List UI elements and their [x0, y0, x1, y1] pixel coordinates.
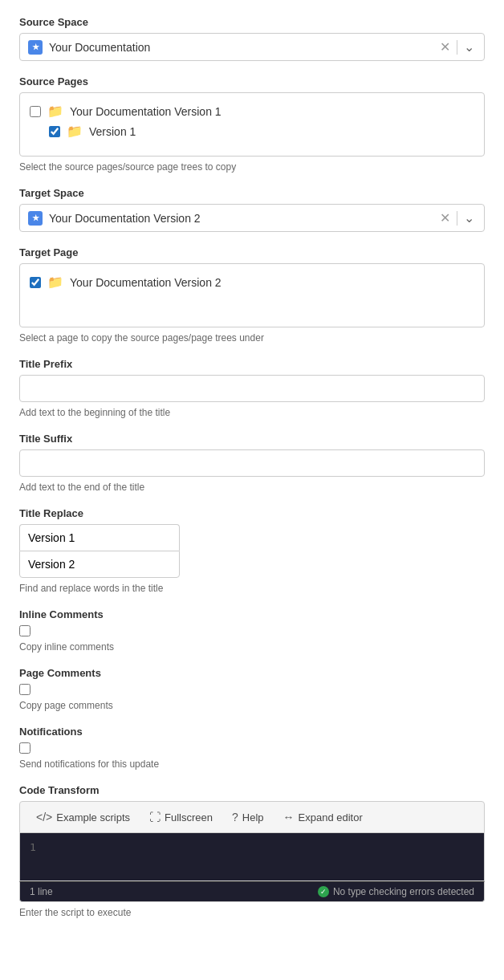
notifications-section: Notifications Send notifications for thi… — [19, 726, 485, 770]
status-ok-icon: ✓ — [318, 886, 329, 897]
source-page-checkbox-1[interactable] — [30, 106, 41, 117]
target-folder-icon-1: 📁 — [47, 274, 63, 290]
code-transform-section: Code Transform </> Example scripts ⛶ Ful… — [19, 784, 485, 918]
source-space-section: Source Space ★ Your Documentation ✕ ⌄ — [19, 16, 485, 61]
target-space-dropdown[interactable]: ★ Your Documentation Version 2 ✕ ⌄ — [19, 204, 485, 232]
source-space-right: ✕ ⌄ — [438, 39, 476, 55]
title-replace-section: Title Replace Find and replace words in … — [19, 507, 485, 594]
source-page-text-1: Your Documentation Version 1 — [70, 105, 222, 118]
source-page-checkbox-2[interactable] — [49, 126, 60, 137]
page-comments-section: Page Comments Copy page comments — [19, 667, 485, 711]
list-item: 📁 Version 1 — [30, 121, 474, 141]
inline-comments-checkbox[interactable] — [19, 625, 30, 636]
title-suffix-input[interactable] — [19, 449, 485, 477]
source-space-dropdown[interactable]: ★ Your Documentation ✕ ⌄ — [19, 33, 485, 61]
title-suffix-label: Title Suffix — [19, 433, 485, 445]
title-replace-to-input[interactable] — [19, 551, 180, 578]
source-space-divider — [457, 40, 457, 55]
title-replace-hint: Find and replace words in the title — [19, 583, 485, 594]
source-space-value: Your Documentation — [49, 41, 150, 54]
code-editor-area[interactable]: 1 — [19, 833, 485, 881]
title-prefix-section: Title Prefix Add text to the beginning o… — [19, 358, 485, 418]
source-pages-section: Source Pages 📁 Your Documentation Versio… — [19, 75, 485, 173]
example-scripts-button[interactable]: </> Example scripts — [28, 807, 138, 828]
status-message: No type checking errors detected — [333, 886, 474, 897]
title-prefix-hint: Add text to the beginning of the title — [19, 407, 485, 418]
folder-icon-2: 📁 — [67, 124, 83, 139]
target-space-section: Target Space ★ Your Documentation Versio… — [19, 187, 485, 232]
title-replace-box — [19, 524, 485, 578]
folder-icon-1: 📁 — [47, 104, 63, 119]
line-number-1: 1 — [30, 841, 36, 853]
title-suffix-hint: Add text to the end of the title — [19, 482, 485, 493]
notifications-row — [19, 742, 485, 754]
target-page-text-1: Your Documentation Version 2 — [70, 276, 222, 289]
help-icon: ? — [232, 811, 238, 823]
page-comments-checkbox[interactable] — [19, 684, 30, 695]
target-page-checkbox-1[interactable] — [30, 277, 41, 288]
line-numbers: 1 — [30, 841, 43, 853]
source-page-text-2: Version 1 — [89, 125, 136, 138]
target-space-value: Your Documentation Version 2 — [49, 212, 201, 225]
target-page-hint: Select a page to copy the source pages/p… — [19, 332, 485, 344]
page-comments-hint: Copy page comments — [19, 700, 485, 711]
notifications-label: Notifications — [19, 726, 485, 738]
fullscreen-label: Fullscreen — [165, 811, 213, 823]
title-replace-from-input[interactable] — [19, 524, 180, 551]
source-space-left: ★ Your Documentation — [28, 40, 150, 55]
expand-editor-icon: ↔ — [283, 811, 295, 823]
target-space-divider — [457, 211, 457, 226]
notifications-checkbox[interactable] — [19, 742, 30, 754]
source-space-clear-button[interactable]: ✕ — [438, 39, 452, 55]
inline-comments-label: Inline Comments — [19, 608, 485, 620]
code-transform-hint: Enter the script to execute — [19, 907, 485, 918]
code-transform-label: Code Transform — [19, 784, 485, 796]
inline-comments-hint: Copy inline comments — [19, 641, 485, 653]
title-prefix-input[interactable] — [19, 375, 485, 402]
source-space-expand-button[interactable]: ⌄ — [462, 39, 476, 55]
source-pages-hint: Select the source pages/source page tree… — [19, 161, 485, 173]
target-space-left: ★ Your Documentation Version 2 — [28, 211, 201, 226]
target-page-tree: 📁 Your Documentation Version 2 — [19, 263, 485, 327]
list-item: 📁 Your Documentation Version 2 — [30, 272, 474, 292]
fullscreen-icon: ⛶ — [149, 811, 161, 823]
expand-editor-button[interactable]: ↔ Expand editor — [275, 807, 371, 828]
example-scripts-label: Example scripts — [56, 811, 130, 823]
target-page-label: Target Page — [19, 246, 485, 258]
target-space-right: ✕ ⌄ — [438, 210, 476, 226]
status-ok: ✓ No type checking errors detected — [318, 886, 474, 897]
expand-editor-label: Expand editor — [299, 811, 363, 823]
example-scripts-icon: </> — [36, 811, 52, 823]
list-item: 📁 Your Documentation Version 1 — [30, 101, 474, 121]
inline-comments-section: Inline Comments Copy inline comments — [19, 608, 485, 653]
title-suffix-section: Title Suffix Add text to the end of the … — [19, 433, 485, 493]
target-page-section: Target Page 📁 Your Documentation Version… — [19, 246, 485, 344]
target-space-clear-button[interactable]: ✕ — [438, 210, 452, 226]
target-space-expand-button[interactable]: ⌄ — [462, 210, 476, 226]
page-comments-label: Page Comments — [19, 667, 485, 679]
inline-comments-row — [19, 625, 485, 636]
title-replace-label: Title Replace — [19, 507, 485, 519]
help-label: Help — [242, 811, 264, 823]
target-space-label: Target Space — [19, 187, 485, 199]
source-space-label: Source Space — [19, 16, 485, 28]
help-button[interactable]: ? Help — [224, 807, 272, 828]
title-prefix-label: Title Prefix — [19, 358, 485, 370]
code-transform-toolbar: </> Example scripts ⛶ Fullscreen ? Help … — [19, 801, 485, 833]
page-comments-row — [19, 684, 485, 695]
source-pages-tree: 📁 Your Documentation Version 1 📁 Version… — [19, 92, 485, 157]
target-space-icon: ★ — [28, 211, 43, 226]
notifications-hint: Send notifications for this update — [19, 758, 485, 770]
editor-status-bar: 1 line ✓ No type checking errors detecte… — [19, 881, 485, 902]
source-pages-label: Source Pages — [19, 75, 485, 87]
status-line-count: 1 line — [30, 886, 53, 897]
fullscreen-button[interactable]: ⛶ Fullscreen — [141, 807, 221, 828]
source-space-icon: ★ — [28, 40, 43, 55]
